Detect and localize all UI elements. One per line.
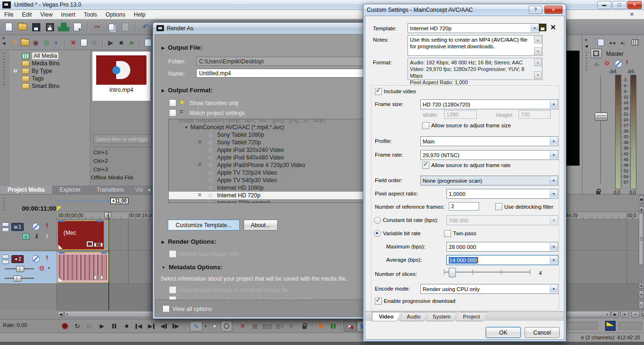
dim-output-icon[interactable]: ◂↓: [620, 40, 626, 46]
tab-project-media[interactable]: Project Media: [0, 186, 53, 194]
bus-gear-icon[interactable]: ⚙: [604, 60, 610, 67]
render-options-header[interactable]: Render Options:: [162, 238, 216, 245]
get-media-web-icon[interactable]: ◐: [53, 37, 61, 48]
video-event[interactable]: (Mec ◧◨: [57, 221, 109, 250]
close-button[interactable]: ✕: [627, 1, 642, 9]
menu-insert[interactable]: Insert: [57, 10, 80, 19]
make-child-icon[interactable]: ⬇: [34, 233, 39, 240]
scroll-up-icon[interactable]: ▲: [534, 36, 542, 44]
preview-play-icon[interactable]: ▶: [107, 37, 115, 48]
scroll-left-icon[interactable]: ◀: [57, 311, 64, 318]
match-project-checkbox[interactable]: [169, 109, 176, 116]
menu-edit[interactable]: Edit: [18, 10, 36, 19]
menubar-close-icon[interactable]: ✕: [626, 10, 638, 18]
media-properties-icon[interactable]: [80, 37, 88, 48]
bus-solo-icon[interactable]: !: [626, 59, 628, 66]
dropdown-arrow-icon[interactable]: ▼: [550, 137, 557, 145]
track-fx-gear-icon[interactable]: ⚙: [39, 265, 45, 272]
tab-video-fx[interactable]: Vid: [133, 186, 145, 194]
paste-icon[interactable]: [119, 21, 131, 33]
hscroll-right-icon[interactable]: ▶: [611, 311, 619, 318]
ref-frames-field[interactable]: 2: [449, 202, 479, 211]
go-to-end-button[interactable]: ▶: [145, 321, 157, 331]
tree-item-all-media[interactable]: All Media: [9, 52, 90, 60]
maximum-bps-combo[interactable]: 28 000 000▼: [446, 242, 558, 252]
track-minimize-icon[interactable]: [2, 222, 9, 232]
bus-mute-icon[interactable]: [615, 60, 622, 68]
include-video-checkbox[interactable]: [375, 88, 382, 95]
zoom-in-time-icon[interactable]: +: [620, 311, 629, 318]
fader-lock-icon[interactable]: [596, 191, 600, 195]
vscroll-down-icon[interactable]: ▼: [639, 283, 644, 289]
progressive-download-checkbox[interactable]: [375, 298, 382, 305]
undo-icon[interactable]: ↶: [140, 21, 151, 33]
zoom-out-track-icon[interactable]: −: [639, 301, 644, 309]
two-pass-checkbox[interactable]: [444, 230, 451, 237]
tab-transitions[interactable]: Transitions: [88, 186, 133, 194]
custom-settings-titlebar[interactable]: Custom Settings - MainConcept AVC/AAC ? …: [363, 4, 566, 15]
shortcut-ctrl2[interactable]: Ctrl+2: [93, 158, 108, 164]
maximize-button[interactable]: ▢: [612, 1, 626, 9]
timeline-grip[interactable]: [3, 197, 5, 210]
panel-close-icon[interactable]: ✕: [584, 38, 588, 43]
panel-close-icon[interactable]: ✕: [2, 36, 6, 41]
cursor-handle[interactable]: ‖: [104, 212, 111, 219]
dropdown-arrow-icon[interactable]: ▼: [550, 243, 557, 251]
capture-video-icon[interactable]: ◉: [31, 37, 40, 48]
audio-track-header[interactable]: ◄2 ! ⚙ ▼: [0, 251, 57, 283]
show-favorites-checkbox[interactable]: [169, 99, 176, 106]
master-fader-track[interactable]: [600, 75, 602, 184]
frame-size-combo[interactable]: HD 720 (1280x720)▼: [420, 99, 558, 109]
audio-event[interactable]: ◧◨: [57, 252, 109, 283]
go-to-start-button[interactable]: ◀: [133, 321, 145, 331]
shortcut-ctrl1[interactable]: Ctrl+1: [93, 150, 108, 155]
preview-stop-icon[interactable]: ■: [117, 37, 126, 48]
about-button[interactable]: About...: [244, 220, 278, 230]
tab-audio[interactable]: Audio: [400, 312, 427, 321]
bus-properties-icon[interactable]: [598, 39, 604, 47]
track-mute-icon[interactable]: [32, 223, 40, 230]
customize-template-button[interactable]: Customize Template...: [168, 220, 240, 230]
zoom-out-time-icon[interactable]: −: [631, 311, 640, 318]
volume-slider[interactable]: [5, 268, 34, 269]
slider-handle[interactable]: [449, 268, 456, 277]
project-properties-icon[interactable]: ?: [44, 21, 55, 33]
cbr-radio[interactable]: [374, 217, 381, 224]
stop-button[interactable]: ■: [120, 321, 133, 331]
vscroll-thumb[interactable]: [639, 213, 644, 265]
make-parent-icon[interactable]: ⬆: [45, 233, 50, 240]
extract-audio-icon[interactable]: ◎: [42, 37, 50, 48]
dropdown-arrow-icon[interactable]: ▼: [550, 100, 557, 108]
panel-pin-icon[interactable]: ◀: [2, 41, 5, 45]
notes-box[interactable]: Use this setting to create an MP4 (AVC/A…: [408, 35, 543, 56]
tags-input[interactable]: Select files to edit tags: [93, 134, 152, 144]
pause-button[interactable]: [108, 321, 120, 331]
project-audio-icon[interactable]: [605, 321, 616, 331]
fade-handle[interactable]: [58, 277, 63, 282]
menu-tools[interactable]: Tools: [80, 10, 101, 19]
normal-edit-tool-icon[interactable]: ➤: [209, 321, 221, 331]
insert-region-icon[interactable]: [327, 321, 339, 331]
remove-media-icon[interactable]: ✕: [69, 37, 77, 48]
copy-icon[interactable]: [106, 21, 117, 33]
play-button[interactable]: ▶: [96, 321, 108, 331]
save-icon[interactable]: [30, 21, 42, 33]
panel-grip[interactable]: [3, 52, 5, 85]
play-from-start-button[interactable]: ▷: [83, 321, 96, 331]
track-solo-icon[interactable]: !: [46, 222, 48, 229]
scroll-up-icon[interactable]: ▲: [534, 59, 542, 66]
trim-icon[interactable]: ▦: [249, 321, 261, 331]
media-fx-icon[interactable]: -▯-: [90, 37, 99, 48]
downmix-icon[interactable]: ▸◂: [610, 40, 615, 46]
snap-icon[interactable]: ⊪: [286, 321, 298, 331]
tree-item-smart-bins[interactable]: Smart Bins: [9, 82, 90, 90]
split-icon[interactable]: ▥▥: [261, 321, 273, 331]
view-all-options-checkbox[interactable]: [163, 305, 170, 312]
media-item-card[interactable]: Intro.mp4: [92, 52, 150, 101]
dropdown-arrow-icon[interactable]: ▼: [550, 151, 557, 159]
dialog-close-button[interactable]: ✕: [544, 6, 562, 14]
record-button[interactable]: [59, 321, 71, 331]
timeline-vscrollbar[interactable]: ▲ ▼ + −: [639, 195, 644, 310]
insert-marker-icon[interactable]: [315, 321, 327, 331]
event-fx-icon[interactable]: ◧◨: [94, 274, 103, 280]
